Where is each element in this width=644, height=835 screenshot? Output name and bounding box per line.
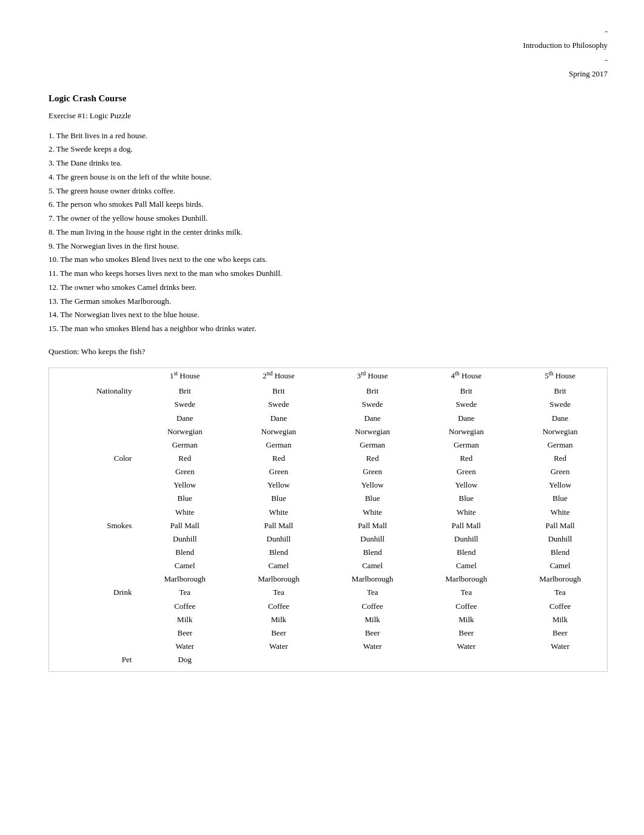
cell-r4-c1-s0 <box>232 653 326 666</box>
cell-r1-c2-s3: Blue <box>326 492 420 505</box>
cell-r2-c2-s4: Marlborough <box>326 572 420 586</box>
cell-r1-c3-s2: Yellow <box>420 478 514 492</box>
cell-r2-c3-s4: Marlborough <box>420 572 514 586</box>
row-label-3 <box>49 640 138 653</box>
cell-r0-c4-s3: Norwegian <box>513 425 607 438</box>
cell-r1-c2-s4: White <box>326 506 420 519</box>
cell-r0-c2-s0: Brit <box>326 384 420 398</box>
clues-list: 1. The Brit lives in a red house.2. The … <box>49 129 608 336</box>
cell-r3-c1-s1: Coffee <box>232 600 326 613</box>
cell-r2-c1-s3: Camel <box>232 559 326 572</box>
table-row: YellowYellowYellowYellowYellow <box>49 478 607 492</box>
cell-r0-c1-s3: Norwegian <box>232 425 326 438</box>
clue-item: 3. The Dane drinks tea. <box>49 156 608 170</box>
cell-r2-c2-s0: Pall Mall <box>326 519 420 532</box>
cell-r0-c0-s1: Swede <box>138 398 232 411</box>
cell-r2-c3-s0: Pall Mall <box>420 519 514 532</box>
cell-r1-c4-s4: White <box>513 506 607 519</box>
cell-r2-c0-s0: Pall Mall <box>138 519 232 532</box>
cell-r4-c3-s4 <box>420 670 514 671</box>
cell-r0-c4-s2: Dane <box>513 412 607 425</box>
cell-r3-c3-s1: Coffee <box>420 600 514 613</box>
row-label-0 <box>49 398 138 411</box>
clue-item: 12. The owner who smokes Camel drinks be… <box>49 281 608 295</box>
row-label-1 <box>49 465 138 478</box>
cell-r1-c3-s3: Blue <box>420 492 514 505</box>
logic-table: 1st House2nd House3rd House4th House5th … <box>49 367 608 672</box>
row-label-4: Pet <box>49 653 138 666</box>
table-row: WaterWaterWaterWaterWater <box>49 640 607 653</box>
cell-r2-c4-s3: Camel <box>513 559 607 572</box>
cell-r0-c4-s0: Brit <box>513 384 607 398</box>
table-row: CoffeeCoffeeCoffeeCoffeeCoffee <box>49 600 607 613</box>
cell-r0-c1-s1: Swede <box>232 398 326 411</box>
row-label-0 <box>49 438 138 452</box>
cell-r0-c4-s1: Swede <box>513 398 607 411</box>
cell-r2-c1-s1: Dunhill <box>232 532 326 546</box>
cell-r0-c2-s2: Dane <box>326 412 420 425</box>
row-label-3: Drink <box>49 586 138 599</box>
cell-r0-c2-s3: Norwegian <box>326 425 420 438</box>
cell-r1-c1-s4: White <box>232 506 326 519</box>
cell-r1-c1-s0: Red <box>232 452 326 465</box>
row-label-0 <box>49 412 138 425</box>
cell-r3-c4-s2: Milk <box>513 613 607 626</box>
header-dash1: - <box>605 27 608 36</box>
clue-item: 14. The Norwegian lives next to the blue… <box>49 308 608 322</box>
course-name: Introduction to Philosophy <box>523 41 608 50</box>
cell-r1-c4-s1: Green <box>513 465 607 478</box>
table-header-empty <box>49 368 138 384</box>
cell-r4-c3-s0 <box>420 653 514 666</box>
cell-r3-c0-s1: Coffee <box>138 600 232 613</box>
cell-r2-c1-s0: Pall Mall <box>232 519 326 532</box>
clue-item: 2. The Swede keeps a dog. <box>49 143 608 156</box>
row-label-2 <box>49 546 138 559</box>
cell-r0-c2-s4: German <box>326 438 420 452</box>
cell-r0-c1-s2: Dane <box>232 412 326 425</box>
row-label-1 <box>49 478 138 492</box>
cell-r0-c1-s0: Brit <box>232 384 326 398</box>
cell-r1-c2-s1: Green <box>326 465 420 478</box>
table-header-row: 1st House2nd House3rd House4th House5th … <box>49 368 607 384</box>
table-row: BlendBlendBlendBlendBlend <box>49 546 607 559</box>
cell-r3-c1-s2: Milk <box>232 613 326 626</box>
clue-item: 15. The man who smokes Blend has a neigh… <box>49 322 608 336</box>
cell-r3-c0-s0: Tea <box>138 586 232 599</box>
table-row: PetDog <box>49 653 607 666</box>
cell-r1-c0-s1: Green <box>138 465 232 478</box>
cell-r3-c3-s3: Beer <box>420 626 514 640</box>
cell-r3-c4-s0: Tea <box>513 586 607 599</box>
table-row: GermanGermanGermanGermanGerman <box>49 438 607 452</box>
cell-r4-c1-s4 <box>232 670 326 671</box>
row-label-1 <box>49 492 138 505</box>
cell-r0-c4-s4: German <box>513 438 607 452</box>
cell-r1-c0-s0: Red <box>138 452 232 465</box>
table-row: DunhillDunhillDunhillDunhillDunhill <box>49 532 607 546</box>
clue-item: 6. The person who smokes Pall Mall keeps… <box>49 198 608 212</box>
cell-r1-c1-s3: Blue <box>232 492 326 505</box>
table-row: BlueBlueBlueBlueBlue <box>49 492 607 505</box>
cell-r3-c1-s3: Beer <box>232 626 326 640</box>
clue-item: 4. The green house is on the left of the… <box>49 170 608 184</box>
term-label: Spring 2017 <box>569 69 608 78</box>
cell-r0-c3-s4: German <box>420 438 514 452</box>
cell-r2-c3-s2: Blend <box>420 546 514 559</box>
cell-r1-c0-s4: White <box>138 506 232 519</box>
cell-r3-c0-s2: Milk <box>138 613 232 626</box>
cell-r2-c2-s1: Dunhill <box>326 532 420 546</box>
table-header-col-5: 5th House <box>513 368 607 384</box>
table-row: GreenGreenGreenGreenGreen <box>49 465 607 478</box>
row-label-0 <box>49 425 138 438</box>
cell-r2-c1-s2: Blend <box>232 546 326 559</box>
header-dash2: - <box>605 55 608 64</box>
cell-r1-c0-s2: Yellow <box>138 478 232 492</box>
cell-r3-c4-s3: Beer <box>513 626 607 640</box>
cell-r3-c2-s3: Beer <box>326 626 420 640</box>
cell-r3-c1-s4: Water <box>232 640 326 653</box>
clue-item: 8. The man living in the house right in … <box>49 226 608 240</box>
table-row: SwedeSwedeSwedeSwedeSwede <box>49 398 607 411</box>
page-title: Logic Crash Course <box>49 93 608 104</box>
clue-item: 11. The man who keeps horses lives next … <box>49 267 608 281</box>
row-label-2 <box>49 559 138 572</box>
cell-r1-c0-s3: Blue <box>138 492 232 505</box>
